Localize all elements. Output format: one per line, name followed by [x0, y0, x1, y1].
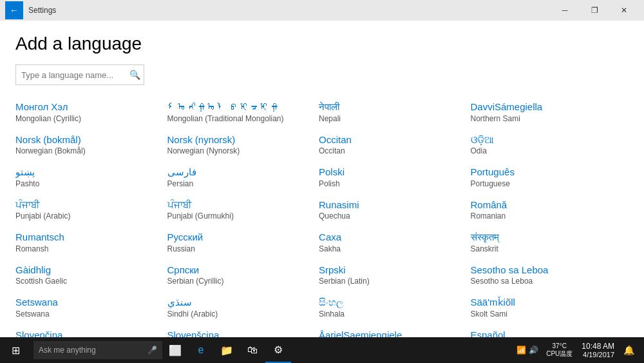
language-english-name: Sindhi (Arabic)	[167, 309, 317, 319]
title-bar: ← Settings ─ ❐ ✕	[0, 0, 644, 21]
cpu-label: CPU温度	[546, 349, 573, 358]
language-english-name: Mongolian (Traditional Mongolian)	[167, 114, 317, 123]
language-native-name: සිංහල	[319, 296, 468, 309]
language-item[interactable]: नेपाली Nepali	[319, 95, 471, 128]
language-native-name: Русский	[167, 231, 317, 244]
store-button[interactable]: 🛍	[240, 337, 265, 363]
language-english-name: Romansh	[15, 244, 165, 253]
language-item[interactable]: Русский Russian	[167, 226, 319, 259]
language-item[interactable]: Norsk (bokmål) Norwegian (Bokmål)	[15, 128, 167, 161]
language-item[interactable]: संस्कृतम् Sanskrit	[471, 226, 623, 259]
notification-button[interactable]: 🔔	[618, 337, 639, 363]
language-item[interactable]: Rumantsch Romansh	[15, 226, 167, 259]
folder-icon: 📁	[220, 344, 233, 357]
language-item[interactable]: Occitan Occitan	[319, 128, 471, 161]
edge-button[interactable]: e	[188, 337, 214, 363]
restore-button[interactable]: ❐	[580, 0, 609, 21]
language-native-name: Runasimi	[319, 199, 468, 211]
language-item[interactable]: Español Spanish	[471, 324, 623, 338]
settings-button[interactable]: ⚙	[265, 337, 291, 363]
language-item[interactable]: Setswana Setswana	[15, 291, 167, 324]
language-english-name: Scottish Gaelic	[15, 277, 165, 286]
language-item[interactable]: Srpski Serbian (Latin)	[319, 259, 471, 291]
language-native-name: Español	[471, 329, 620, 338]
explorer-button[interactable]: 📁	[214, 337, 240, 363]
taskbar-left: ⊞ Ask me anything 🎤 ⬜ e 📁 🛍 ⚙	[0, 337, 291, 363]
page-title: Add a language	[15, 34, 629, 54]
language-item[interactable]: Polski Polish	[319, 161, 471, 193]
task-view-button[interactable]: ⬜	[162, 337, 188, 363]
language-item[interactable]: Монгол Хэл Mongolian (Cyrillic)	[15, 95, 167, 128]
language-english-name: Mongolian (Cyrillic)	[15, 114, 165, 123]
language-item[interactable]: Српски Serbian (Cyrillic)	[167, 259, 319, 291]
volume-icon[interactable]: 🔊	[529, 346, 538, 355]
language-item[interactable]: Sää'mǩiõll Skolt Sami	[471, 291, 623, 324]
cortana-text: Ask me anything	[39, 346, 147, 355]
language-native-name: Srpski	[319, 264, 468, 277]
language-english-name: Russian	[167, 244, 317, 253]
language-item[interactable]: Gàidhlig Scottish Gaelic	[15, 259, 167, 291]
language-item[interactable]: ଓଡ଼ିଆ Odia	[471, 128, 623, 161]
search-button[interactable]: 🔍	[129, 70, 140, 80]
language-english-name: Sakha	[319, 244, 468, 253]
language-item[interactable]: Slovenšcina Slovenian	[167, 324, 319, 338]
cortana-search[interactable]: Ask me anything 🎤	[33, 341, 162, 359]
tray-icons: 📶 🔊	[516, 346, 538, 355]
language-native-name: فارسی	[167, 166, 317, 179]
language-list: Монгол Хэл Mongolian (Cyrillic) ᠮᠣᠩᠭᠣᠯ ᠪ…	[15, 95, 629, 337]
language-item[interactable]: Română Romanian	[471, 193, 623, 226]
language-english-name: Setswana	[15, 309, 165, 319]
language-native-name: Norsk (bokmål)	[15, 133, 165, 146]
language-item[interactable]: Sesotho sa Leboa Sesotho sa Leboa	[471, 259, 623, 291]
task-view-icon: ⬜	[169, 344, 182, 357]
language-english-name: Sinhala	[319, 309, 468, 319]
language-item[interactable]: Norsk (nynorsk) Norwegian (Nynorsk)	[167, 128, 319, 161]
language-item[interactable]: Slovenčina Slovak	[15, 324, 167, 338]
windows-icon: ⊞	[12, 344, 20, 357]
network-icon[interactable]: 📶	[516, 346, 526, 355]
language-item[interactable]: සිංහල Sinhala	[319, 291, 471, 324]
language-item[interactable]: DavviSámegiella Northern Sami	[471, 95, 623, 128]
language-native-name: Occitan	[319, 133, 468, 146]
clock-date: 4/19/2017	[583, 351, 614, 358]
taskbar: ⊞ Ask me anything 🎤 ⬜ e 📁 🛍 ⚙ 📶 🔊	[0, 337, 644, 363]
language-item[interactable]: Runasimi Quechua	[319, 193, 471, 226]
language-item[interactable]: ਪੰਜਾਬੀ Punjabi (Gurmukhi)	[167, 193, 319, 226]
language-english-name: Skolt Sami	[471, 309, 620, 319]
language-english-name: Norwegian (Nynorsk)	[167, 146, 317, 155]
clock[interactable]: 10:48 AM 4/19/2017	[582, 342, 614, 358]
language-native-name: ଓଡ଼ିଆ	[471, 133, 620, 146]
title-bar-left: ← Settings	[5, 1, 56, 19]
language-english-name: Northern Sami	[471, 114, 620, 123]
language-english-name: Occitan	[319, 146, 468, 155]
language-item[interactable]: پښتو Pashto	[15, 161, 167, 193]
language-native-name: संस्कृतम्	[471, 231, 620, 244]
language-item[interactable]: ਪੰਜਾਬੀ Punjabi (Arabic)	[15, 193, 167, 226]
language-english-name: Pashto	[15, 179, 165, 188]
language-english-name: Romanian	[471, 211, 620, 221]
main-content: Add a language 🔍 Монгол Хэл Mongolian (C…	[0, 21, 644, 337]
language-item[interactable]: فارسی Persian	[167, 161, 319, 193]
language-native-name: Монгол Хэл	[15, 101, 165, 113]
language-item[interactable]: ÅarjelSaemiengiele Southern Sami	[319, 324, 471, 338]
start-button[interactable]: ⊞	[0, 337, 31, 363]
language-item[interactable]: Саха Sakha	[319, 226, 471, 259]
language-english-name: Norwegian (Bokmål)	[15, 146, 165, 155]
language-item[interactable]: Português Portuguese	[471, 161, 623, 193]
language-native-name: Slovenšcina	[167, 329, 317, 338]
cpu-info: 37°C CPU温度	[546, 342, 573, 358]
language-english-name: Polish	[319, 179, 468, 188]
back-button[interactable]: ←	[5, 1, 23, 19]
language-item[interactable]: ᠮᠣᠩᠭᠣᠯ ᠪᠢᠴᠢᠭ᠌ Mongolian (Traditional Mon…	[167, 95, 319, 128]
minimize-button[interactable]: ─	[550, 0, 580, 21]
language-native-name: ਪੰਜਾਬੀ	[15, 199, 165, 211]
language-english-name: Serbian (Latin)	[319, 277, 468, 286]
close-button[interactable]: ✕	[609, 0, 639, 21]
language-native-name: Саха	[319, 231, 468, 244]
search-input[interactable]	[21, 70, 129, 80]
store-icon: 🛍	[247, 344, 258, 356]
language-native-name: ÅarjelSaemiengiele	[319, 329, 468, 338]
language-item[interactable]: سنڌي Sindhi (Arabic)	[167, 291, 319, 324]
language-native-name: Slovenčina	[15, 329, 165, 338]
language-english-name: Punjabi (Arabic)	[15, 211, 165, 221]
